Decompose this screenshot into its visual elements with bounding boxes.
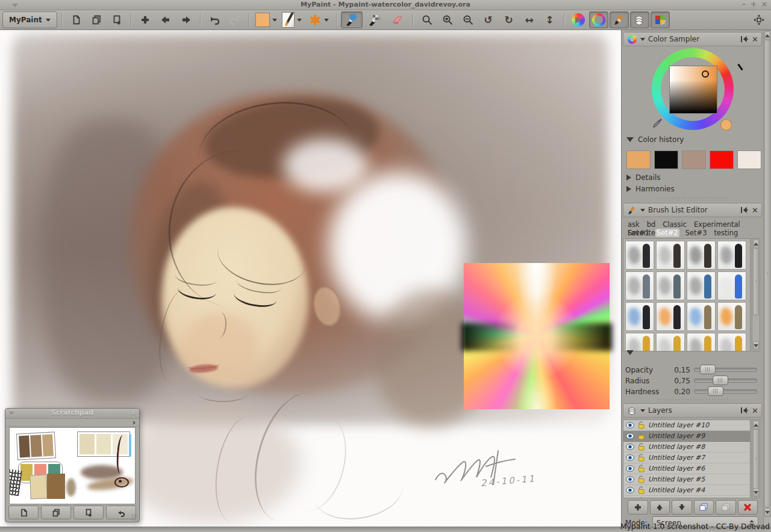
- visibility-eye-icon[interactable]: [626, 422, 634, 428]
- layer-row[interactable]: Untitled layer #6: [623, 463, 750, 474]
- chevron-down-icon[interactable]: [9, 412, 14, 415]
- details-expander[interactable]: Details: [626, 173, 661, 182]
- layer-row[interactable]: Untitled layer #9: [623, 431, 750, 442]
- brush-item-bristle-2[interactable]: [656, 333, 685, 351]
- lock-open-icon[interactable]: [637, 421, 645, 429]
- brush-item-knife-blue[interactable]: [687, 302, 716, 331]
- scratchpad-new-button[interactable]: [8, 506, 39, 519]
- add-button[interactable]: [136, 11, 155, 28]
- brush-group-tab[interactable]: Set#1: [626, 229, 651, 237]
- next-button[interactable]: [176, 11, 196, 28]
- layers-panel-button[interactable]: [630, 11, 649, 28]
- color-history-expander[interactable]: Color history: [626, 135, 684, 144]
- history-swatch[interactable]: [710, 150, 734, 169]
- lock-alpha-tool-button[interactable]: [364, 11, 386, 28]
- rotate-cw-button[interactable]: ↻: [499, 11, 519, 28]
- close-button[interactable]: ×: [761, 0, 767, 8]
- brush-group-tab[interactable]: testing: [713, 229, 740, 237]
- layout-move-button[interactable]: [749, 11, 769, 28]
- previous-button[interactable]: [156, 11, 175, 28]
- lock-open-icon[interactable]: [637, 443, 645, 451]
- eraser-tool-button[interactable]: [387, 11, 408, 28]
- zoom-out-button[interactable]: [458, 11, 478, 28]
- close-panel-icon[interactable]: ✕: [752, 36, 758, 43]
- slider-handle[interactable]: [700, 365, 716, 374]
- history-swatch[interactable]: [654, 150, 678, 169]
- add-layer-button[interactable]: [628, 500, 648, 515]
- mirror-horizontal-button[interactable]: ↔: [520, 11, 539, 28]
- color-ring-panel-button[interactable]: [589, 11, 608, 28]
- visibility-eye-icon[interactable]: [626, 444, 634, 450]
- history-swatch[interactable]: [626, 150, 651, 169]
- minimize-button[interactable]: –: [742, 0, 746, 8]
- lock-open-icon[interactable]: [637, 486, 645, 494]
- brush-grid-scrollbar[interactable]: [752, 238, 760, 351]
- redo-button[interactable]: [225, 11, 245, 28]
- history-swatch[interactable]: [682, 150, 706, 169]
- duplicate-layer-button[interactable]: [694, 500, 714, 515]
- brush-item-eraser-block[interactable]: [717, 271, 746, 300]
- maximize-button[interactable]: +: [751, 0, 757, 8]
- brush-item-ink-pen[interactable]: [717, 241, 746, 270]
- lock-open-icon[interactable]: [637, 454, 645, 462]
- brush-item-bristle-1[interactable]: [625, 333, 654, 351]
- scratchpad-copy-button[interactable]: [41, 506, 71, 519]
- save-document-button[interactable]: [107, 11, 126, 28]
- brush-settings-dropdown[interactable]: [305, 11, 332, 28]
- palette-panel-button[interactable]: [651, 11, 670, 28]
- raise-layer-button[interactable]: [650, 500, 670, 515]
- layers-header[interactable]: Layers ✕: [623, 403, 762, 418]
- visibility-eye-icon[interactable]: [626, 433, 634, 439]
- visibility-eye-icon[interactable]: [626, 498, 634, 498]
- dock-panel-icon[interactable]: [740, 407, 749, 414]
- scratchpad-resize-grip[interactable]: [131, 514, 139, 521]
- hardness-slider[interactable]: [694, 389, 757, 394]
- radius-slider[interactable]: [694, 379, 757, 383]
- brush-group-tab[interactable]: Experimental: [693, 220, 741, 229]
- scratchpad-titlebar[interactable]: Scratchpad ✕: [5, 409, 139, 419]
- brush-list-editor-header[interactable]: Brush List Editor ✕: [623, 203, 762, 217]
- layer-list-scrollbar[interactable]: [752, 419, 760, 498]
- layer-row[interactable]: Untitled layer #7: [623, 453, 750, 463]
- brush-group-tab[interactable]: Set#2: [655, 229, 679, 237]
- brush-group-tab[interactable]: ask: [626, 220, 641, 229]
- brush-item-marker-orange[interactable]: [656, 302, 685, 331]
- sidebar-scrollbar[interactable]: [763, 30, 771, 527]
- layer-row[interactable]: Untitled layer #5: [623, 474, 750, 485]
- open-document-button[interactable]: [87, 11, 106, 28]
- brush-group-tab[interactable]: Classic: [661, 220, 688, 229]
- scratchpad-expander[interactable]: ›: [5, 419, 139, 427]
- saturation-value-square[interactable]: [669, 66, 717, 114]
- dock-panel-icon[interactable]: [740, 36, 749, 43]
- pick-tool-button[interactable]: [417, 11, 437, 28]
- brush-item-pencil-soft[interactable]: [656, 241, 685, 270]
- mirror-vertical-button[interactable]: ↕: [540, 11, 560, 28]
- history-swatch[interactable]: [737, 150, 761, 169]
- panel-resize-grip[interactable]: [657, 398, 729, 402]
- brush-panel-button[interactable]: [610, 11, 629, 28]
- visibility-eye-icon[interactable]: [626, 465, 634, 472]
- lock-open-icon[interactable]: [637, 432, 645, 440]
- brush-item-bristle-4[interactable]: [717, 333, 746, 351]
- rotate-ccw-button[interactable]: ↺: [479, 11, 498, 28]
- scratchpad-canvas[interactable]: [9, 427, 136, 504]
- layer-row[interactable]: Untitled layer #4: [623, 485, 750, 496]
- dock-panel-icon[interactable]: [740, 206, 749, 214]
- brush-item-blender-drop[interactable]: [625, 271, 654, 300]
- zoom-in-button[interactable]: [438, 11, 457, 28]
- close-panel-icon[interactable]: ✕: [752, 407, 758, 415]
- title-bar[interactable]: MyPaint - Mypaint-watercolor_davidrevoy.…: [0, 0, 771, 10]
- brush-item-bristle-3[interactable]: [687, 333, 716, 351]
- brush-item-charcoal[interactable]: [625, 241, 654, 270]
- layer-row[interactable]: Untitled layer #10: [623, 420, 750, 431]
- scratchpad-save-button[interactable]: [73, 506, 104, 519]
- slider-handle[interactable]: [708, 386, 723, 396]
- opacity-slider[interactable]: [694, 368, 757, 372]
- new-document-button[interactable]: [66, 11, 86, 28]
- brush-preview-dropdown[interactable]: [280, 11, 304, 28]
- panel-resize-grip[interactable]: [657, 197, 729, 200]
- brush-item-blender-blob[interactable]: [656, 271, 685, 300]
- visibility-eye-icon[interactable]: [626, 476, 634, 483]
- color-sampler-header[interactable]: Color Sampler ✕: [623, 32, 762, 46]
- brush-item-pencil-sketch[interactable]: [687, 241, 716, 270]
